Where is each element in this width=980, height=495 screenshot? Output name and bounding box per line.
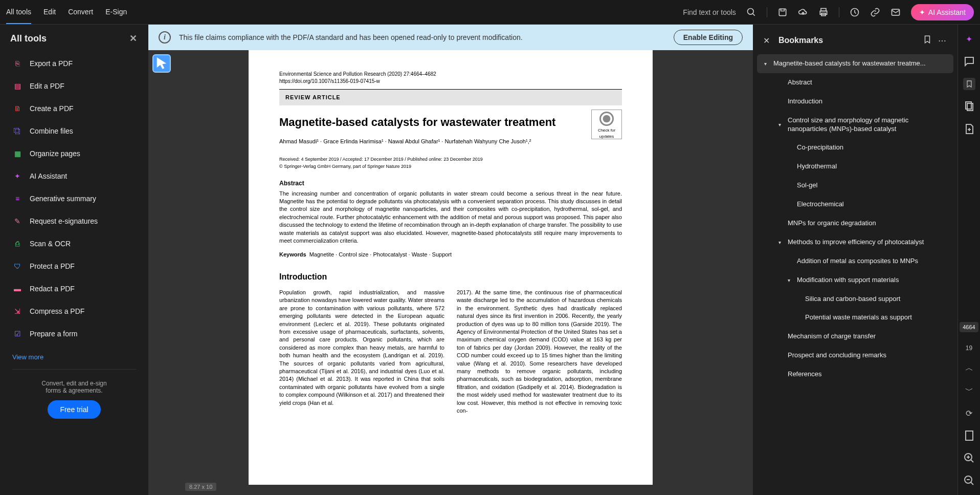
column-2: 2017). At the same time, the continuous …	[457, 289, 622, 415]
tool-export-pdf[interactable]: ⎘Export a PDF	[6, 52, 142, 75]
edit-icon: ▤	[12, 81, 23, 91]
free-trial-button[interactable]: Free trial	[48, 400, 100, 419]
bookmark-mnps-degradation[interactable]: MNPs for organic degradation	[757, 214, 953, 233]
zoom-in-icon[interactable]	[963, 452, 975, 464]
share-icon[interactable]	[850, 7, 860, 17]
bookmarks-panel: ✕ Bookmarks ⋯ ▾Magnetite-based catalysts…	[753, 25, 957, 495]
bookmark-references[interactable]: References	[757, 365, 953, 384]
document-scroll[interactable]: Environmental Science and Pollution Rese…	[148, 50, 753, 495]
divider	[767, 7, 767, 17]
svg-rect-11	[966, 431, 973, 440]
find-text-label[interactable]: Find text or tools	[683, 8, 736, 16]
selection-tool[interactable]	[152, 54, 171, 73]
tool-label: Request e-signatures	[30, 217, 98, 225]
chevron-down-icon[interactable]: ▾	[785, 277, 793, 283]
scroll-up-icon[interactable]: ︿	[963, 362, 975, 374]
copyright-line: © Springer-Verlag GmbH Germany, part of …	[279, 163, 622, 170]
top-right-controls: Find text or tools ✦ AI Assistant	[683, 4, 974, 20]
keywords: Keywords Magnetite · Control size · Phot…	[279, 251, 622, 259]
tool-label: Edit a PDF	[30, 82, 64, 90]
abstract-heading: Abstract	[279, 179, 622, 188]
close-bookmarks-button[interactable]: ✕	[763, 36, 772, 46]
bookmark-addition-metal[interactable]: Addition of metal as composites to MNPs	[757, 252, 953, 271]
bookmark-mechanism[interactable]: Mechanism of charge transfer	[757, 327, 953, 346]
tool-label: Prepare a form	[30, 330, 77, 338]
tool-combine-files[interactable]: ⿻Combine files	[6, 120, 142, 142]
bookmark-prospect[interactable]: Prospect and concluding remarks	[757, 346, 953, 365]
bookmark-silica[interactable]: Silica and carbon-based support	[757, 290, 953, 309]
search-icon[interactable]	[746, 7, 756, 17]
top-menu: All tools Edit Convert E-Sign	[6, 1, 127, 24]
cloud-upload-icon[interactable]	[798, 7, 808, 17]
doi: https://doi.org/10.1007/s11356-019-07415…	[279, 78, 622, 85]
bookmark-electrochemical[interactable]: Electrochemical	[757, 195, 953, 214]
tool-generative-summary[interactable]: ≡Generative summary	[6, 187, 142, 210]
tool-ai-assistant[interactable]: ✦AI Assistant	[6, 165, 142, 187]
footer-line1: Convert, edit and e-sign	[6, 380, 142, 387]
tool-compress-pdf[interactable]: ⇲Compress a PDF	[6, 300, 142, 322]
bookmark-hydrothermal[interactable]: Hydrothermal	[757, 157, 953, 176]
tool-request-esignatures[interactable]: ✎Request e-signatures	[6, 210, 142, 232]
tool-protect-pdf[interactable]: 🛡Protect a PDF	[6, 255, 142, 277]
abstract-text: The increasing number and concentration …	[279, 190, 622, 245]
page-total: 19	[963, 345, 975, 352]
tool-edit-pdf[interactable]: ▤Edit a PDF	[6, 75, 142, 97]
bookmark-introduction[interactable]: Introduction	[757, 92, 953, 111]
bookmark-options-icon[interactable]: ⋯	[938, 36, 947, 46]
fit-page-icon[interactable]	[963, 429, 975, 442]
ai-assistant-button[interactable]: ✦ AI Assistant	[911, 4, 974, 20]
pages-icon[interactable]	[963, 100, 975, 113]
view-more-link[interactable]: View more	[6, 349, 142, 365]
tool-label: Redact a PDF	[30, 285, 75, 293]
tool-label: AI Assistant	[30, 172, 67, 180]
authors: Ahmad Masudi¹ · Grace Erlinda Harimisa¹ …	[279, 138, 622, 145]
bookmark-methods[interactable]: ▾Methods to improve efficiency of photoc…	[757, 233, 953, 252]
protect-icon: 🛡	[12, 261, 23, 271]
rotate-icon[interactable]: ⟳	[963, 407, 975, 419]
journal-info: Environmental Science and Pollution Rese…	[279, 71, 622, 78]
summary-icon: ≡	[12, 193, 23, 204]
bookmark-potential-waste[interactable]: Potential waste materials as support	[757, 308, 953, 327]
bookmark-abstract[interactable]: Abstract	[757, 73, 953, 92]
chevron-down-icon[interactable]: ▾	[761, 61, 769, 67]
bookmark-coprecipitation[interactable]: Co-precipitation	[757, 138, 953, 157]
menu-esign[interactable]: E-Sign	[105, 1, 127, 24]
bookmark-solgel[interactable]: Sol-gel	[757, 176, 953, 195]
bookmark-rail-icon[interactable]	[963, 78, 975, 90]
menu-all-tools[interactable]: All tools	[6, 1, 31, 24]
scroll-down-icon[interactable]: ﹀	[963, 384, 975, 397]
tool-redact-pdf[interactable]: ▬Redact a PDF	[6, 277, 142, 300]
close-panel-button[interactable]: ✕	[128, 33, 138, 44]
tool-scan-ocr[interactable]: ⎙Scan & OCR	[6, 232, 142, 255]
menu-convert[interactable]: Convert	[68, 1, 93, 24]
save-icon[interactable]	[777, 7, 788, 17]
tool-label: Protect a PDF	[30, 262, 75, 270]
svg-line-13	[971, 460, 973, 462]
comment-icon[interactable]	[963, 55, 975, 68]
ai-sparkle-icon[interactable]: ✦	[963, 33, 975, 45]
bookmark-modification[interactable]: ▾Modification with support materials	[757, 271, 953, 290]
info-icon: i	[159, 31, 171, 44]
check-updates-badge[interactable]: Check for updates	[591, 110, 622, 139]
print-icon[interactable]	[818, 7, 829, 17]
right-icon-rail: ✦ 4664 19 ︿ ﹀ ⟳	[957, 25, 980, 495]
menu-edit[interactable]: Edit	[43, 1, 56, 24]
link-icon[interactable]	[870, 7, 880, 17]
mail-icon[interactable]	[890, 7, 901, 17]
add-bookmark-icon[interactable]	[923, 35, 932, 46]
banner-text: This file claims compliance with the PDF…	[179, 33, 665, 41]
enable-editing-button[interactable]: Enable Editing	[674, 30, 743, 45]
pdf-page: Environmental Science and Pollution Rese…	[249, 50, 653, 485]
tool-label: Export a PDF	[30, 59, 73, 68]
page-number-badge[interactable]: 4664	[960, 322, 978, 332]
bookmark-control-size[interactable]: ▾Control size and morphology of magnetic…	[757, 111, 953, 139]
attachment-icon[interactable]	[963, 123, 975, 135]
tool-prepare-form[interactable]: ☑Prepare a form	[6, 322, 142, 345]
chevron-down-icon[interactable]: ▾	[775, 122, 784, 127]
tool-create-pdf[interactable]: 🗎Create a PDF	[6, 97, 142, 120]
tool-organize-pages[interactable]: ▦Organize pages	[6, 142, 142, 165]
bookmark-root[interactable]: ▾Magnetite-based catalysts for wastewate…	[757, 54, 953, 73]
received-line: Received: 4 September 2019 / Accepted: 1…	[279, 156, 622, 163]
zoom-out-icon[interactable]	[963, 475, 975, 487]
chevron-down-icon[interactable]: ▾	[775, 240, 784, 245]
